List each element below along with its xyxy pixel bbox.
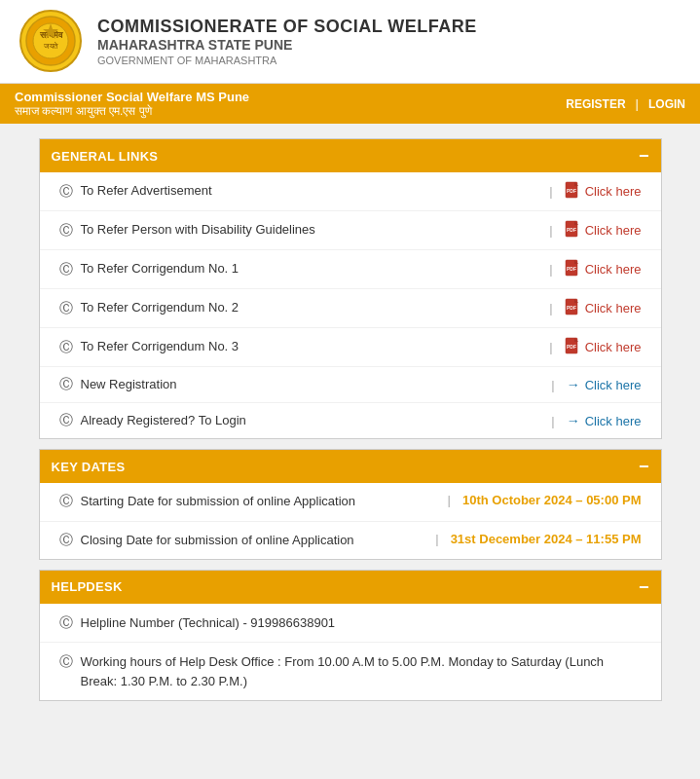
header-subtitle: MAHARASHTRA STATE PUNE bbox=[97, 37, 477, 53]
navbar-left: Commissioner Social Welfare MS Pune समाज… bbox=[15, 90, 249, 118]
list-item: Ⓒ To Refer Corrigendum No. 1 | PDF Click… bbox=[40, 250, 661, 289]
list-item: Ⓒ Helpline Number (Technical) - 91998663… bbox=[40, 604, 661, 644]
svg-text:PDF: PDF bbox=[567, 305, 576, 311]
general-links-header[interactable]: GENERAL LINKS − bbox=[40, 139, 661, 172]
helpdesk-header[interactable]: HELPDESK − bbox=[40, 571, 661, 604]
svg-text:जयते: जयते bbox=[43, 41, 58, 51]
navbar: Commissioner Social Welfare MS Pune समाज… bbox=[0, 84, 700, 124]
main-content: GENERAL LINKS − Ⓒ To Refer Advertisement… bbox=[39, 138, 662, 701]
pdf-icon-2: PDF bbox=[565, 220, 580, 241]
click-here-text-7: Click here bbox=[585, 414, 642, 428]
link-label: Already Registered? To Login bbox=[81, 412, 540, 429]
separator: | bbox=[448, 493, 451, 507]
key-dates-section: KEY DATES − Ⓒ Starting Date for submissi… bbox=[39, 449, 662, 559]
circle-icon: Ⓒ bbox=[59, 653, 73, 671]
svg-text:PDF: PDF bbox=[567, 266, 576, 272]
helpline-text: Helpline Number (Technical) - 9199866389… bbox=[81, 613, 336, 633]
separator: | bbox=[549, 301, 552, 315]
login-link[interactable]: LOGIN bbox=[648, 97, 685, 111]
click-here-link-1[interactable]: PDF Click here bbox=[565, 181, 642, 202]
header-title: COMMISSIONERATE OF SOCIAL WELFARE bbox=[97, 17, 477, 37]
click-here-text-4: Click here bbox=[585, 301, 642, 315]
svg-text:PDF: PDF bbox=[567, 188, 576, 194]
svg-text:PDF: PDF bbox=[567, 344, 576, 350]
list-item: Ⓒ To Refer Person with Disability Guidel… bbox=[40, 211, 661, 250]
link-label: To Refer Person with Disability Guidelin… bbox=[81, 221, 538, 239]
arrow-icon-6: → bbox=[567, 377, 580, 392]
page-header: सत्यमेव जयते COMMISSIONERATE OF SOCIAL W… bbox=[0, 0, 700, 84]
date-value-2: 31st December 2024 – 11:55 PM bbox=[451, 532, 642, 546]
click-here-link-5[interactable]: PDF Click here bbox=[565, 337, 642, 357]
list-item: Ⓒ Closing Date for submission of online … bbox=[40, 522, 661, 559]
navbar-divider: | bbox=[636, 96, 639, 111]
click-here-text-6: Click here bbox=[585, 378, 642, 392]
circle-icon: Ⓒ bbox=[59, 532, 73, 549]
navbar-subtitle: समाज कल्याण आयुक्त एम.एस पुणे bbox=[15, 104, 249, 118]
pdf-icon-5: PDF bbox=[565, 337, 580, 357]
logo: सत्यमेव जयते bbox=[19, 10, 83, 73]
helpdesk-section: HELPDESK − Ⓒ Helpline Number (Technical)… bbox=[39, 570, 662, 702]
circle-icon: Ⓒ bbox=[59, 614, 73, 632]
list-item: Ⓒ Starting Date for submission of online… bbox=[40, 483, 661, 521]
click-here-link-3[interactable]: PDF Click here bbox=[565, 259, 642, 279]
circle-icon: Ⓒ bbox=[59, 300, 73, 317]
header-gov: GOVERNMENT OF MAHARASHTRA bbox=[97, 55, 477, 66]
list-item: Ⓒ To Refer Advertisement | PDF Click her… bbox=[40, 172, 661, 211]
circle-icon: Ⓒ bbox=[59, 222, 73, 240]
pdf-icon-3: PDF bbox=[565, 259, 580, 279]
pdf-icon-4: PDF bbox=[565, 298, 580, 318]
header-text: COMMISSIONERATE OF SOCIAL WELFARE MAHARA… bbox=[97, 17, 477, 66]
click-here-link-7[interactable]: → Click here bbox=[567, 413, 642, 428]
navbar-title: Commissioner Social Welfare MS Pune bbox=[15, 90, 249, 104]
list-item: Ⓒ To Refer Corrigendum No. 3 | PDF Click… bbox=[40, 328, 661, 367]
list-item: Ⓒ Already Registered? To Login | → Click… bbox=[40, 403, 661, 438]
circle-icon: Ⓒ bbox=[59, 261, 73, 278]
link-label: To Refer Advertisement bbox=[81, 182, 538, 200]
date-value-1: 10th October 2024 – 05:00 PM bbox=[462, 493, 642, 507]
click-here-text-5: Click here bbox=[585, 340, 642, 354]
helpdesk-toggle[interactable]: − bbox=[639, 578, 649, 596]
list-item: Ⓒ New Registration | → Click here bbox=[40, 367, 661, 403]
click-here-text-2: Click here bbox=[585, 223, 642, 238]
date-label-1: Starting Date for submission of online A… bbox=[81, 493, 436, 510]
arrow-icon-7: → bbox=[567, 413, 580, 428]
separator: | bbox=[549, 184, 552, 199]
general-links-toggle[interactable]: − bbox=[639, 147, 649, 165]
click-here-link-4[interactable]: PDF Click here bbox=[565, 298, 642, 318]
link-label: To Refer Corrigendum No. 1 bbox=[81, 260, 538, 278]
circle-icon: Ⓒ bbox=[59, 493, 73, 510]
circle-icon: Ⓒ bbox=[59, 376, 73, 393]
click-here-text-1: Click here bbox=[585, 184, 642, 199]
register-link[interactable]: REGISTER bbox=[566, 97, 625, 111]
list-item: Ⓒ To Refer Corrigendum No. 2 | PDF Click… bbox=[40, 289, 661, 328]
separator: | bbox=[435, 532, 438, 546]
separator: | bbox=[549, 340, 552, 354]
pdf-icon-1: PDF bbox=[565, 181, 580, 202]
circle-icon: Ⓒ bbox=[59, 183, 73, 201]
key-dates-toggle[interactable]: − bbox=[639, 458, 649, 475]
separator: | bbox=[551, 378, 554, 392]
key-dates-header[interactable]: KEY DATES − bbox=[40, 450, 661, 483]
svg-text:PDF: PDF bbox=[567, 227, 576, 233]
separator: | bbox=[549, 223, 552, 238]
separator: | bbox=[551, 414, 554, 428]
circle-icon: Ⓒ bbox=[59, 339, 73, 356]
working-hours-text: Working hours of Help Desk Office : From… bbox=[81, 652, 642, 690]
link-label: To Refer Corrigendum No. 2 bbox=[81, 299, 538, 316]
helpdesk-title: HELPDESK bbox=[52, 579, 123, 594]
key-dates-title: KEY DATES bbox=[52, 460, 126, 474]
link-label: New Registration bbox=[81, 376, 540, 393]
navbar-right: REGISTER | LOGIN bbox=[566, 96, 685, 111]
link-label: To Refer Corrigendum No. 3 bbox=[81, 338, 538, 355]
click-here-link-2[interactable]: PDF Click here bbox=[565, 220, 642, 241]
click-here-text-3: Click here bbox=[585, 262, 642, 277]
click-here-link-6[interactable]: → Click here bbox=[567, 377, 642, 392]
general-links-section: GENERAL LINKS − Ⓒ To Refer Advertisement… bbox=[39, 138, 662, 439]
separator: | bbox=[549, 262, 552, 277]
list-item: Ⓒ Working hours of Help Desk Office : Fr… bbox=[40, 643, 661, 700]
general-links-title: GENERAL LINKS bbox=[52, 149, 159, 164]
circle-icon: Ⓒ bbox=[59, 412, 73, 429]
date-label-2: Closing Date for submission of online Ap… bbox=[81, 532, 424, 549]
